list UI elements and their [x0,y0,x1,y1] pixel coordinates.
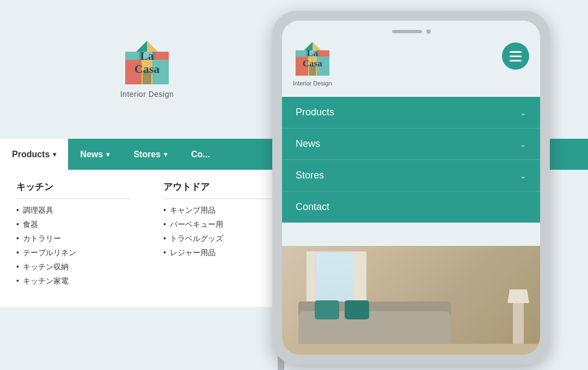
list-item[interactable]: キャンプ用品 [163,206,278,215]
hamburger-line [510,51,522,53]
room-placeholder [282,246,540,355]
mobile-menu-item-news[interactable]: News ⌄ [282,128,540,160]
dropdown-outdoor-list: キャンプ用品 バーベキュー用 トラベルグッズ レジャー用品 [163,206,278,258]
phone-inner: La Casa Interior Design Products ⌄ [282,21,540,355]
list-item[interactable]: キッチン家電 [16,276,131,286]
nav-item-news[interactable]: News ▾ [68,139,121,170]
phone-room-image [282,246,540,355]
dropdown-column-kitchen: キッチン 調理器具 食器 カトラリー テーブルリネン キッチン収納 キッチン家電 [5,181,142,291]
mobile-menu: Products ⌄ News ⌄ Stores ⌄ Contact [282,97,540,223]
hamburger-line [510,60,522,61]
room-pillow-2 [345,300,369,319]
desktop-logo-subtitle: Interior Design [120,90,174,98]
list-item[interactable]: バーベキュー用 [163,220,278,230]
room-lamp [513,300,524,344]
nav-item-stores[interactable]: Stores ▾ [121,139,179,170]
phone-logo[interactable]: La Casa Interior Design [293,40,332,87]
chevron-down-icon: ▾ [106,151,109,158]
hamburger-line [510,55,522,57]
chevron-down-icon: ⌄ [520,108,526,117]
list-item[interactable]: カトラリー [16,234,131,244]
desktop-nav: Products ▾ News ▾ Stores ▾ Co... [0,139,294,170]
list-item[interactable]: 食器 [16,220,131,230]
nav-item-contact[interactable]: Co... [179,139,222,170]
desktop-logo[interactable]: La Casa Interior Design [120,38,174,98]
chevron-down-icon: ⌄ [520,171,526,180]
phone-mockup: La Casa Interior Design Products ⌄ [272,11,550,365]
phone-logo-text: La Casa [303,48,322,69]
dropdown-column-outdoor: アウトドア キャンプ用品 バーベキュー用 トラベルグッズ レジャー用品 [152,181,289,291]
hamburger-button[interactable] [502,42,529,70]
mobile-menu-item-stores[interactable]: Stores ⌄ [282,160,540,192]
desktop-dropdown: キッチン 調理器具 食器 カトラリー テーブルリネン キッチン収納 キッチン家電… [0,170,294,307]
list-item[interactable]: トラベルグッズ [163,234,278,244]
desktop-header: La Casa Interior Design [0,0,294,139]
list-item[interactable]: テーブルリネン [16,248,131,258]
list-item[interactable]: レジャー用品 [163,248,278,258]
phone-top-bar [378,26,444,37]
dropdown-column-heading: アウトドア [163,181,278,199]
chevron-down-icon: ▾ [164,151,167,158]
mobile-menu-item-contact[interactable]: Contact [282,192,540,223]
dropdown-kitchen-list: 調理器具 食器 カトラリー テーブルリネン キッチン収納 キッチン家電 [16,206,131,286]
nav-item-products[interactable]: Products ▾ [0,139,68,170]
dropdown-column-heading: キッチン [16,181,131,199]
phone-logo-shape: La Casa [293,40,332,78]
chevron-down-icon: ⌄ [520,140,526,149]
mobile-menu-item-products[interactable]: Products ⌄ [282,97,540,128]
room-pillow-1 [315,300,339,319]
desktop-logo-text: La Casa [134,49,160,75]
phone-speaker [392,30,422,33]
phone-camera [426,29,431,34]
list-item[interactable]: 調理器具 [16,206,131,215]
phone-content: La Casa Interior Design Products ⌄ [282,21,540,355]
list-item[interactable]: キッチン収納 [16,262,131,272]
phone-logo-subtitle: Interior Design [293,80,332,87]
room-floor [282,344,540,355]
chevron-down-icon: ▾ [53,151,56,158]
desktop-logo-shape: La Casa [122,38,171,87]
room-lamp-shade [507,289,529,303]
